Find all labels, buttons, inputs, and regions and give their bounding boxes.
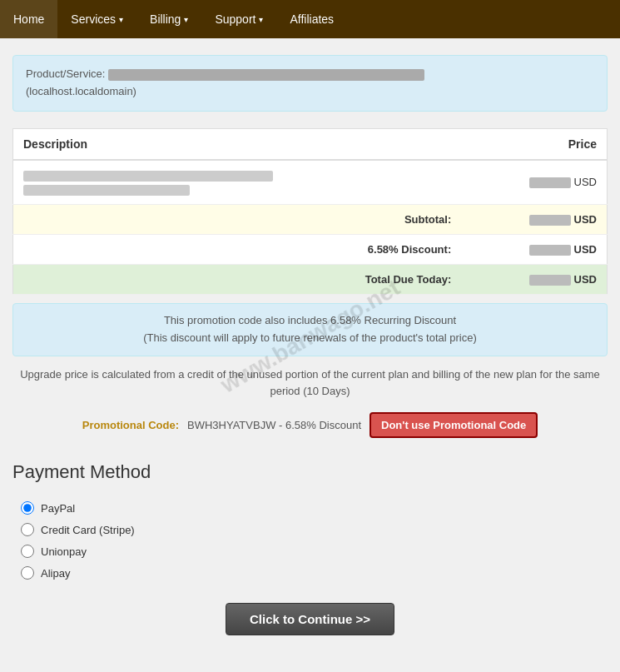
currency-total: USD (574, 273, 597, 286)
nav-billing[interactable]: Billing ▾ (136, 0, 201, 38)
nav-home[interactable]: Home (0, 0, 57, 38)
promo-info-box: This promotion code also includes 6.58% … (12, 303, 608, 356)
promo-info-line1: This promotion code also includes 6.58% … (26, 312, 594, 330)
creditcard-radio[interactable] (21, 523, 34, 536)
support-dropdown-arrow: ▾ (259, 15, 263, 24)
order-table: Description Price USD Subtotal: (12, 128, 608, 295)
payment-section: Payment Method PayPal Credit Card (Strip… (12, 461, 608, 580)
dont-use-promo-button[interactable]: Don't use Promotional Code (370, 412, 538, 438)
total-label: Total Due Today: (13, 264, 462, 294)
discount-label: 6.58% Discount: (13, 234, 462, 264)
desc-blur-2 (23, 185, 190, 196)
creditcard-label: Credit Card (Stripe) (41, 524, 135, 536)
subtotal-price-blur (529, 215, 571, 226)
paypal-label: PayPal (41, 502, 75, 515)
discount-price-blur (529, 245, 571, 256)
upgrade-notice: Upgrade price is calculated from a credi… (12, 366, 608, 401)
continue-btn-wrap: Click to Continue >> (12, 603, 608, 635)
desc-blur-1 (23, 171, 273, 182)
subtotal-row: Subtotal: USD (13, 204, 608, 234)
product-service-label: Product/Service: (26, 67, 105, 80)
paypal-radio[interactable] (21, 501, 34, 515)
currency-subtotal: USD (574, 213, 597, 226)
product-service-value (108, 69, 424, 81)
payment-option-creditcard[interactable]: Credit Card (Stripe) (21, 523, 608, 536)
main-content: Product/Service: (localhost.localdomain)… (0, 38, 620, 652)
payment-option-alipay[interactable]: Alipay (21, 566, 608, 580)
payment-option-unionpay[interactable]: Unionpay (21, 545, 608, 558)
unionpay-radio[interactable] (21, 545, 34, 558)
payment-title: Payment Method (12, 461, 608, 488)
total-price-blur (529, 275, 571, 286)
product-domain: (localhost.localdomain) (26, 85, 136, 97)
payment-options: PayPal Credit Card (Stripe) Unionpay Ali… (12, 501, 608, 580)
services-dropdown-arrow: ▾ (119, 15, 123, 24)
unionpay-label: Unionpay (41, 545, 87, 558)
product-service-box: Product/Service: (localhost.localdomain) (12, 55, 608, 112)
promo-code-label: Promotional Code: (82, 419, 179, 431)
nav-services[interactable]: Services ▾ (57, 0, 136, 38)
promo-code-value: BWH3HYATVBJW - 6.58% Discount (187, 419, 361, 431)
currency-1: USD (574, 176, 597, 188)
currency-discount: USD (574, 243, 597, 256)
billing-dropdown-arrow: ▾ (184, 15, 188, 24)
discount-row: 6.58% Discount: USD (13, 234, 608, 264)
subtotal-label: Subtotal: (13, 204, 462, 234)
promo-info-line2: (This discount will apply to future rene… (26, 330, 594, 347)
price-blur-1 (529, 177, 571, 188)
col-description: Description (13, 128, 462, 160)
alipay-label: Alipay (41, 567, 70, 580)
main-nav: Home Services ▾ Billing ▾ Support ▾ Affi… (0, 0, 620, 38)
total-row: Total Due Today: USD (13, 264, 608, 294)
payment-option-paypal[interactable]: PayPal (21, 501, 608, 515)
col-price: Price (461, 128, 607, 160)
continue-button[interactable]: Click to Continue >> (226, 603, 394, 635)
nav-support[interactable]: Support ▾ (201, 0, 276, 38)
promo-code-row: Promotional Code: BWH3HYATVBJW - 6.58% D… (12, 412, 608, 438)
table-row: USD (13, 160, 608, 205)
nav-affiliates[interactable]: Affiliates (276, 0, 347, 38)
alipay-radio[interactable] (21, 566, 34, 580)
